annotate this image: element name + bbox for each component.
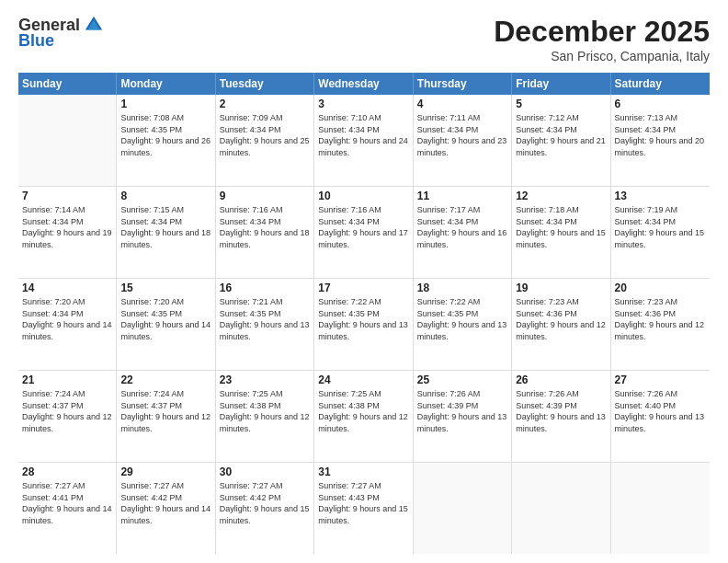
cell-info: Sunrise: 7:11 AM Sunset: 4:34 PM Dayligh… (417, 112, 507, 158)
cal-cell-5-5 (414, 463, 512, 554)
cal-cell-1-1 (18, 95, 117, 186)
cell-info: Sunrise: 7:16 AM Sunset: 4:34 PM Dayligh… (318, 204, 408, 250)
cell-info: Sunrise: 7:24 AM Sunset: 4:37 PM Dayligh… (22, 388, 112, 434)
day-number: 24 (318, 373, 408, 386)
day-number: 17 (318, 282, 408, 294)
cal-cell-1-6: 5Sunrise: 7:12 AM Sunset: 4:34 PM Daylig… (512, 95, 610, 186)
cell-info: Sunrise: 7:16 AM Sunset: 4:34 PM Dayligh… (220, 204, 310, 250)
header-friday: Friday (512, 73, 610, 95)
header-thursday: Thursday (414, 73, 512, 95)
cal-cell-4-1: 21Sunrise: 7:24 AM Sunset: 4:37 PM Dayli… (18, 371, 117, 462)
header-wednesday: Wednesday (314, 73, 413, 95)
day-number: 28 (22, 465, 112, 478)
cell-info: Sunrise: 7:22 AM Sunset: 4:35 PM Dayligh… (318, 296, 408, 342)
day-number: 23 (220, 373, 310, 386)
cal-cell-4-5: 25Sunrise: 7:26 AM Sunset: 4:39 PM Dayli… (414, 371, 512, 462)
logo-area: General Blue (18, 15, 104, 51)
day-number: 12 (516, 190, 606, 202)
day-number: 7 (22, 190, 112, 202)
day-number: 4 (417, 98, 507, 110)
cal-cell-4-3: 23Sunrise: 7:25 AM Sunset: 4:38 PM Dayli… (216, 371, 314, 462)
cell-info: Sunrise: 7:27 AM Sunset: 4:41 PM Dayligh… (22, 480, 112, 526)
header-sunday: Sunday (18, 73, 117, 95)
cal-cell-5-3: 30Sunrise: 7:27 AM Sunset: 4:42 PM Dayli… (216, 463, 314, 554)
day-number: 3 (318, 98, 408, 110)
header-tuesday: Tuesday (216, 73, 314, 95)
cal-cell-2-7: 13Sunrise: 7:19 AM Sunset: 4:34 PM Dayli… (611, 187, 710, 278)
header: General Blue December 2025 San Prisco, C… (18, 15, 710, 63)
week-row-2: 7Sunrise: 7:14 AM Sunset: 4:34 PM Daylig… (18, 187, 710, 279)
cal-cell-1-7: 6Sunrise: 7:13 AM Sunset: 4:34 PM Daylig… (611, 95, 710, 186)
calendar-body: 1Sunrise: 7:08 AM Sunset: 4:35 PM Daylig… (18, 95, 710, 554)
cal-cell-2-1: 7Sunrise: 7:14 AM Sunset: 4:34 PM Daylig… (18, 187, 117, 278)
day-number: 11 (417, 190, 507, 202)
cal-cell-1-2: 1Sunrise: 7:08 AM Sunset: 4:35 PM Daylig… (117, 95, 215, 186)
cell-info: Sunrise: 7:13 AM Sunset: 4:34 PM Dayligh… (615, 112, 706, 158)
month-title: December 2025 (494, 15, 710, 49)
cal-cell-3-3: 16Sunrise: 7:21 AM Sunset: 4:35 PM Dayli… (216, 279, 314, 370)
cell-info: Sunrise: 7:27 AM Sunset: 4:42 PM Dayligh… (220, 480, 310, 526)
cal-cell-2-5: 11Sunrise: 7:17 AM Sunset: 4:34 PM Dayli… (414, 187, 512, 278)
day-number: 6 (615, 98, 706, 110)
week-row-4: 21Sunrise: 7:24 AM Sunset: 4:37 PM Dayli… (18, 371, 710, 463)
cell-info: Sunrise: 7:09 AM Sunset: 4:34 PM Dayligh… (220, 112, 310, 158)
day-number: 19 (516, 282, 606, 294)
day-number: 29 (120, 465, 210, 478)
cal-cell-3-2: 15Sunrise: 7:20 AM Sunset: 4:35 PM Dayli… (117, 279, 215, 370)
cal-cell-1-4: 3Sunrise: 7:10 AM Sunset: 4:34 PM Daylig… (314, 95, 413, 186)
title-area: December 2025 San Prisco, Campania, Ital… (494, 15, 710, 63)
calendar-header: Sunday Monday Tuesday Wednesday Thursday… (18, 73, 710, 95)
cell-info: Sunrise: 7:19 AM Sunset: 4:34 PM Dayligh… (615, 204, 706, 250)
cal-cell-2-4: 10Sunrise: 7:16 AM Sunset: 4:34 PM Dayli… (314, 187, 413, 278)
cell-info: Sunrise: 7:20 AM Sunset: 4:35 PM Dayligh… (120, 296, 210, 342)
cal-cell-3-1: 14Sunrise: 7:20 AM Sunset: 4:34 PM Dayli… (18, 279, 117, 370)
cell-info: Sunrise: 7:23 AM Sunset: 4:36 PM Dayligh… (615, 296, 706, 342)
cell-info: Sunrise: 7:20 AM Sunset: 4:34 PM Dayligh… (22, 296, 112, 342)
day-number: 9 (220, 190, 310, 202)
cal-cell-3-4: 17Sunrise: 7:22 AM Sunset: 4:35 PM Dayli… (314, 279, 413, 370)
cell-info: Sunrise: 7:23 AM Sunset: 4:36 PM Dayligh… (516, 296, 606, 342)
day-number: 21 (22, 373, 112, 386)
page: General Blue December 2025 San Prisco, C… (0, 0, 728, 563)
cell-info: Sunrise: 7:10 AM Sunset: 4:34 PM Dayligh… (318, 112, 408, 158)
day-number: 5 (516, 98, 606, 110)
day-number: 25 (417, 373, 507, 386)
cell-info: Sunrise: 7:25 AM Sunset: 4:38 PM Dayligh… (220, 388, 310, 434)
day-number: 26 (516, 373, 606, 386)
week-row-3: 14Sunrise: 7:20 AM Sunset: 4:34 PM Dayli… (18, 279, 710, 371)
cell-info: Sunrise: 7:26 AM Sunset: 4:39 PM Dayligh… (417, 388, 507, 434)
day-number: 8 (120, 190, 210, 202)
cal-cell-2-6: 12Sunrise: 7:18 AM Sunset: 4:34 PM Dayli… (512, 187, 610, 278)
cell-info: Sunrise: 7:08 AM Sunset: 4:35 PM Dayligh… (120, 112, 210, 158)
cal-cell-4-6: 26Sunrise: 7:26 AM Sunset: 4:39 PM Dayli… (512, 371, 610, 462)
week-row-5: 28Sunrise: 7:27 AM Sunset: 4:41 PM Dayli… (18, 463, 710, 554)
day-number: 27 (615, 373, 706, 386)
cell-info: Sunrise: 7:21 AM Sunset: 4:35 PM Dayligh… (220, 296, 310, 342)
cell-info: Sunrise: 7:26 AM Sunset: 4:39 PM Dayligh… (516, 388, 606, 434)
day-number: 31 (318, 465, 408, 478)
cal-cell-1-3: 2Sunrise: 7:09 AM Sunset: 4:34 PM Daylig… (216, 95, 314, 186)
day-number: 13 (615, 190, 706, 202)
cal-cell-4-4: 24Sunrise: 7:25 AM Sunset: 4:38 PM Dayli… (314, 371, 413, 462)
cell-info: Sunrise: 7:15 AM Sunset: 4:34 PM Dayligh… (120, 204, 210, 250)
day-number: 30 (220, 465, 310, 478)
logo-icon (84, 15, 104, 35)
cal-cell-5-6 (512, 463, 610, 554)
day-number: 18 (417, 282, 507, 294)
cal-cell-5-1: 28Sunrise: 7:27 AM Sunset: 4:41 PM Dayli… (18, 463, 117, 554)
cal-cell-5-2: 29Sunrise: 7:27 AM Sunset: 4:42 PM Dayli… (117, 463, 215, 554)
day-number: 16 (220, 282, 310, 294)
cal-cell-3-5: 18Sunrise: 7:22 AM Sunset: 4:35 PM Dayli… (414, 279, 512, 370)
day-number: 14 (22, 282, 112, 294)
cal-cell-2-2: 8Sunrise: 7:15 AM Sunset: 4:34 PM Daylig… (117, 187, 215, 278)
cell-info: Sunrise: 7:27 AM Sunset: 4:42 PM Dayligh… (120, 480, 210, 526)
cell-info: Sunrise: 7:24 AM Sunset: 4:37 PM Dayligh… (120, 388, 210, 434)
cell-info: Sunrise: 7:17 AM Sunset: 4:34 PM Dayligh… (417, 204, 507, 250)
day-number: 20 (615, 282, 706, 294)
cal-cell-1-5: 4Sunrise: 7:11 AM Sunset: 4:34 PM Daylig… (414, 95, 512, 186)
cell-info: Sunrise: 7:22 AM Sunset: 4:35 PM Dayligh… (417, 296, 507, 342)
cell-info: Sunrise: 7:25 AM Sunset: 4:38 PM Dayligh… (318, 388, 408, 434)
cell-info: Sunrise: 7:26 AM Sunset: 4:40 PM Dayligh… (615, 388, 706, 434)
cal-cell-5-4: 31Sunrise: 7:27 AM Sunset: 4:43 PM Dayli… (314, 463, 413, 554)
day-number: 22 (120, 373, 210, 386)
